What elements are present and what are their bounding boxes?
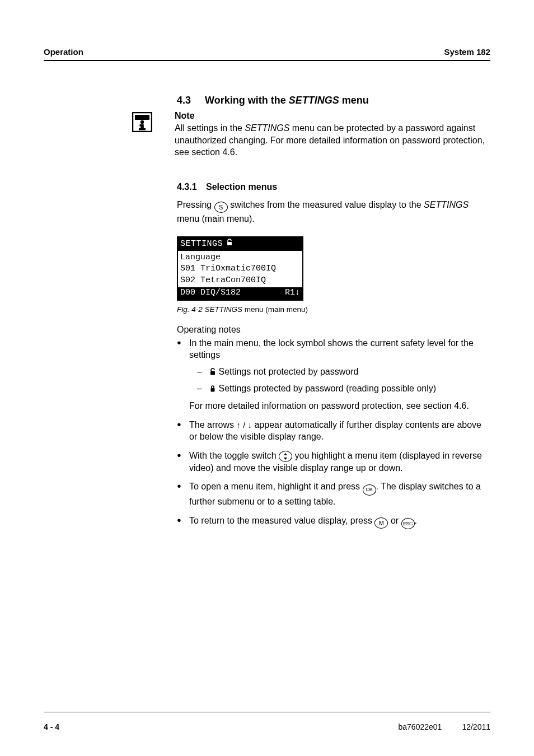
- svg-rect-6: [227, 242, 232, 245]
- up-down-arrows-icon: ↑ / ↓: [236, 420, 252, 430]
- subsection-title: Selection menus: [206, 182, 277, 192]
- page-header: Operation System 182: [44, 47, 490, 61]
- note-label: Note: [175, 111, 490, 121]
- lock-open-icon: [209, 367, 216, 379]
- svg-rect-7: [210, 371, 215, 375]
- doc-date: 12/2011: [462, 722, 490, 731]
- section-title: Working with the SETTINGS menu: [205, 95, 369, 106]
- doc-id: ba76022e01: [399, 722, 442, 731]
- s-key-icon: S: [214, 202, 228, 213]
- section-number: 4.3: [177, 95, 205, 106]
- figure-caption: Fig. 4-2 SETTINGS menu (main menu): [177, 305, 490, 314]
- lock-open-icon: [226, 239, 233, 250]
- svg-point-2: [140, 120, 144, 124]
- header-left: Operation: [44, 47, 83, 57]
- note-text: Note All settings in the SETTINGS menu c…: [175, 111, 490, 160]
- lock-closed-icon: [209, 384, 216, 396]
- list-item: To return to the measured value display,…: [177, 515, 490, 530]
- lcd-title-text: SETTINGS: [180, 239, 223, 250]
- list-item: Settings protected by password (reading …: [197, 382, 490, 396]
- list-item: To open a menu item, highlight it and pr…: [177, 480, 490, 507]
- main-content: 4.3 Working with the SETTINGS menu Note: [177, 95, 490, 529]
- lcd-body: Language S01 TriOxmatic700IQ S02 TetraCo…: [178, 251, 302, 287]
- ok-key-icon: OK: [363, 484, 376, 496]
- press-paragraph: Pressing S switches from the measured va…: [177, 199, 490, 225]
- m-key-icon: M: [374, 517, 388, 529]
- subsection-heading: 4.3.1 Selection menus: [177, 182, 490, 192]
- sub-paragraph: For more detailed information on passwor…: [189, 400, 490, 412]
- page-footer: 4 - 4 ba76022e01 12/2011: [44, 712, 490, 731]
- toggle-switch-icon: [279, 451, 292, 462]
- list-item: The arrows ↑ / ↓ appear automatically if…: [177, 419, 490, 443]
- lcd-row-1: Language: [180, 252, 300, 263]
- svg-rect-8: [211, 388, 215, 392]
- header-right: System 182: [444, 47, 490, 57]
- page-number: 4 - 4: [44, 722, 59, 731]
- lcd-sel-right: R1↓: [285, 287, 300, 298]
- esc-key-icon: ESC: [401, 518, 415, 529]
- note-body: All settings in the SETTINGS menu can be…: [175, 122, 490, 158]
- lcd-row-3: S02 TetraCon700IQ: [180, 275, 300, 286]
- lcd-display: SETTINGS Language S01 TriOxmatic700IQ S0…: [177, 236, 303, 301]
- note-block: Note All settings in the SETTINGS menu c…: [132, 111, 490, 160]
- lcd-title-bar: SETTINGS: [178, 237, 302, 251]
- info-icon: [132, 112, 152, 134]
- list-item: In the main menu, the lock symbol shows …: [177, 337, 490, 412]
- svg-rect-5: [139, 128, 146, 130]
- list-item: Settings not protected by password: [197, 366, 490, 379]
- bullet-list: In the main menu, the lock symbol shows …: [177, 337, 490, 529]
- sublist: Settings not protected by password Setti…: [197, 366, 490, 395]
- lcd-row-2: S01 TriOxmatic700IQ: [180, 263, 300, 274]
- lcd-selected-row: D00 DIQ/S182 R1↓: [178, 287, 302, 300]
- section-heading: 4.3 Working with the SETTINGS menu: [177, 95, 490, 106]
- lcd-sel-left: D00 DIQ/S182: [180, 287, 241, 298]
- list-item: With the toggle switch you highlight a m…: [177, 450, 490, 474]
- operating-notes-label: Operating notes: [177, 324, 490, 336]
- subsection-number: 4.3.1: [177, 182, 206, 192]
- svg-rect-1: [135, 115, 149, 120]
